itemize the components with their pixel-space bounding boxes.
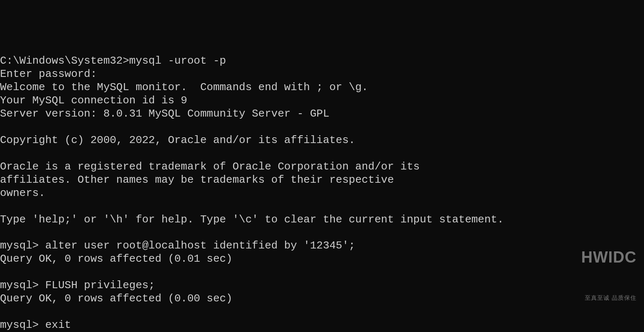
terminal-output[interactable]: C:\Windows\System32>mysql -uroot -p Ente…	[0, 55, 644, 332]
terminal-line: Your MySQL connection id is 9	[0, 94, 187, 107]
terminal-line: mysql> exit	[0, 319, 71, 331]
terminal-line: Query OK, 0 rows affected (0.01 sec)	[0, 253, 233, 265]
terminal-line: C:\Windows\System32>mysql -uroot -p	[0, 55, 226, 67]
terminal-line: owners.	[0, 187, 45, 199]
terminal-line: affiliates. Other names may be trademark…	[0, 174, 394, 186]
terminal-line: Type 'help;' or '\h' for help. Type '\c'…	[0, 213, 504, 226]
terminal-line: mysql> alter user root@localhost identif…	[0, 239, 355, 252]
watermark-logo: HWIDC	[581, 248, 637, 267]
watermark-tagline: 至真至诚 品质保住	[581, 294, 637, 301]
terminal-line: Server version: 8.0.31 MySQL Community S…	[0, 107, 329, 120]
terminal-line: Welcome to the MySQL monitor. Commands e…	[0, 81, 368, 93]
terminal-line: mysql> FLUSH privileges;	[0, 279, 155, 291]
terminal-line: Copyright (c) 2000, 2022, Oracle and/or …	[0, 134, 355, 146]
watermark: HWIDC 至真至诚 品质保住	[581, 221, 637, 315]
terminal-line: Enter password:	[0, 68, 97, 80]
terminal-line: Query OK, 0 rows affected (0.00 sec)	[0, 292, 233, 305]
terminal-line: Oracle is a registered trademark of Orac…	[0, 160, 420, 173]
